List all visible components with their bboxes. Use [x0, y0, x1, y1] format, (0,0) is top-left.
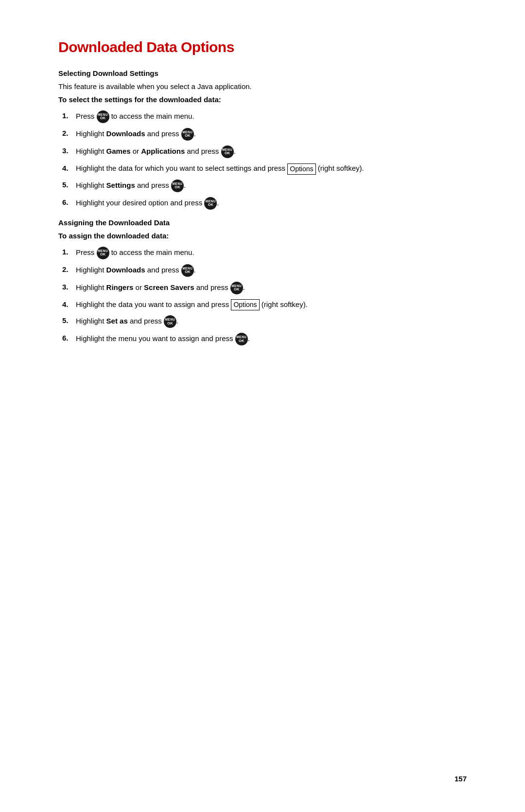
step-content: Press MENUOK to access the main menu. [76, 110, 467, 123]
section2-step-1: 1. Press MENUOK to access the main menu. [58, 247, 467, 259]
menu-ok-icon: MENUOK [181, 128, 194, 141]
section1-step-1: 1. Press MENUOK to access the main menu. [58, 110, 467, 123]
section2-step-6: 6. Highlight the menu you want to assign… [58, 333, 467, 345]
menu-ok-icon: MENUOK [97, 110, 109, 123]
step-num: 2. [62, 128, 76, 139]
section1-intro: This feature is available when you selec… [58, 82, 467, 90]
step-num: 2. [62, 264, 76, 275]
menu-ok-icon: MENUOK [171, 180, 184, 192]
menu-ok-icon: MENUOK [230, 282, 243, 294]
options-button: Options [231, 299, 259, 310]
section-assigning-downloaded-data: Assigning the Downloaded Data To assign … [58, 218, 467, 346]
section2-heading: Assigning the Downloaded Data [58, 218, 467, 227]
step-content: Highlight Ringers or Screen Savers and p… [76, 282, 467, 294]
keyword-downloads: Downloads [106, 129, 145, 138]
section2-sub-heading: To assign the downloaded data: [58, 232, 467, 240]
section-selecting-download-settings: Selecting Download Settings This feature… [58, 69, 467, 210]
step-content: Press MENUOK to access the main menu. [76, 247, 467, 259]
step-num: 3. [62, 145, 76, 157]
section1-heading: Selecting Download Settings [58, 69, 467, 77]
section1-step-3: 3. Highlight Games or Applications and p… [58, 145, 467, 158]
step-content: Highlight the data you want to assign an… [76, 299, 467, 311]
step-content: Highlight Set as and press MENUOK. [76, 315, 467, 328]
step-num: 1. [62, 247, 76, 258]
section1-steps: 1. Press MENUOK to access the main menu.… [58, 110, 467, 210]
menu-ok-icon: MENUOK [164, 315, 176, 328]
section2-step-4: 4. Highlight the data you want to assign… [58, 299, 467, 311]
step-num: 4. [62, 299, 76, 310]
keyword-downloads: Downloads [106, 266, 145, 274]
step-num: 5. [62, 315, 76, 326]
section2-steps: 1. Press MENUOK to access the main menu.… [58, 247, 467, 346]
step-num: 1. [62, 110, 76, 122]
section2-step-5: 5. Highlight Set as and press MENUOK. [58, 315, 467, 328]
step-content: Highlight the data for which you want to… [76, 163, 467, 175]
section1-step-2: 2. Highlight Downloads and press MENUOK. [58, 128, 467, 141]
keyword-applications: Applications [141, 147, 185, 155]
menu-ok-icon: MENUOK [204, 197, 217, 210]
keyword-ringers: Ringers [106, 283, 134, 291]
section1-step-6: 6. Highlight your desired option and pre… [58, 197, 467, 210]
keyword-set-as: Set as [106, 317, 128, 325]
step-content: Highlight Games or Applications and pres… [76, 145, 467, 158]
section1-sub-heading: To select the settings for the downloade… [58, 95, 467, 104]
page-title: Downloaded Data Options [58, 39, 467, 55]
options-button: Options [287, 163, 315, 175]
step-content: Highlight Settings and press MENUOK. [76, 180, 467, 192]
keyword-settings: Settings [106, 181, 135, 189]
step-content: Highlight Downloads and press MENUOK. [76, 264, 467, 277]
step-num: 5. [62, 180, 76, 191]
menu-ok-icon: MENUOK [221, 145, 234, 158]
step-content: Highlight Downloads and press MENUOK. [76, 128, 467, 141]
step-num: 6. [62, 197, 76, 208]
step-num: 3. [62, 282, 76, 293]
step-content: Highlight your desired option and press … [76, 197, 467, 210]
keyword-games: Games [106, 147, 131, 155]
section1-step-5: 5. Highlight Settings and press MENUOK. [58, 180, 467, 192]
section2-step-3: 3. Highlight Ringers or Screen Savers an… [58, 282, 467, 294]
section1-step-4: 4. Highlight the data for which you want… [58, 163, 467, 175]
section2-step-2: 2. Highlight Downloads and press MENUOK. [58, 264, 467, 277]
page-number: 157 [455, 775, 467, 783]
menu-ok-icon: MENUOK [97, 247, 109, 259]
step-num: 4. [62, 163, 76, 174]
menu-ok-icon: MENUOK [235, 333, 248, 345]
step-content: Highlight the menu you want to assign an… [76, 333, 467, 345]
step-num: 6. [62, 333, 76, 344]
menu-ok-icon: MENUOK [181, 264, 194, 277]
keyword-screen-savers: Screen Savers [144, 283, 194, 291]
